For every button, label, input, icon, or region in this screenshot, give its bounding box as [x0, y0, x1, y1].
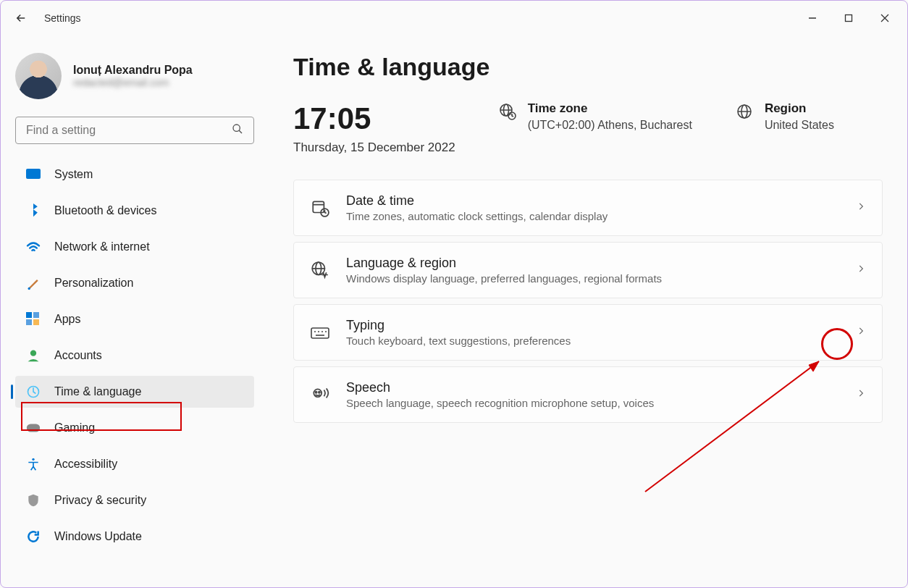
region-label: Region — [765, 101, 834, 116]
svg-point-13 — [32, 458, 34, 461]
update-icon — [25, 529, 41, 545]
search-box[interactable] — [15, 117, 254, 144]
maximize-button[interactable] — [832, 7, 865, 30]
clock-block: 17:05 Thursday, 15 December 2022 — [293, 101, 455, 155]
chevron-right-icon — [856, 326, 866, 339]
search-input[interactable] — [26, 124, 232, 137]
sidebar-item-privacy[interactable]: Privacy & security — [15, 484, 254, 516]
info-strip: 17:05 Thursday, 15 December 2022 Time zo… — [293, 101, 883, 155]
globe-clock-icon — [499, 103, 518, 122]
sidebar-item-label: Time & language — [54, 385, 141, 398]
profile-email: redacted@email.com — [73, 77, 193, 88]
sidebar-item-system[interactable]: System — [15, 159, 254, 190]
svg-point-34 — [316, 392, 317, 393]
keyboard-icon — [310, 322, 330, 343]
timezone-label: Time zone — [528, 101, 692, 116]
back-button[interactable] — [7, 4, 35, 33]
sidebar-item-update[interactable]: Windows Update — [15, 521, 254, 553]
globe-icon — [736, 103, 754, 122]
annotation-highlight-sidebar — [21, 402, 182, 431]
profile-block[interactable]: Ionuț Alexandru Popa redacted@email.com — [15, 53, 254, 99]
accessibility-icon — [25, 456, 41, 472]
svg-line-3 — [239, 130, 242, 133]
card-date-time[interactable]: Date & time Time zones, automatic clock … — [293, 180, 883, 236]
chevron-right-icon — [856, 201, 866, 214]
card-subtitle: Time zones, automatic clock settings, ca… — [346, 210, 840, 222]
svg-marker-37 — [809, 361, 819, 371]
sidebar-item-label: Bluetooth & devices — [54, 204, 156, 217]
svg-point-35 — [319, 392, 320, 393]
wifi-icon — [25, 239, 41, 255]
close-button[interactable] — [868, 7, 901, 30]
apps-icon — [25, 311, 41, 327]
sidebar-item-accounts[interactable]: Accounts — [15, 340, 254, 371]
card-subtitle: Windows display language, preferred lang… — [346, 272, 840, 285]
profile-name: Ionuț Alexandru Popa — [73, 64, 193, 77]
svg-rect-21 — [313, 201, 324, 212]
bluetooth-icon — [25, 203, 41, 219]
svg-point-2 — [233, 125, 240, 131]
language-icon — [310, 260, 330, 280]
calendar-clock-icon — [310, 198, 330, 218]
sidebar-item-label: Windows Update — [54, 530, 142, 543]
current-date: Thursday, 15 December 2022 — [293, 140, 455, 155]
region-block[interactable]: Region United States — [736, 101, 834, 132]
window-controls — [796, 7, 901, 30]
svg-rect-1 — [846, 15, 852, 22]
sidebar-item-label: Personalization — [54, 277, 133, 290]
card-title: Language & region — [346, 256, 840, 271]
sidebar-item-apps[interactable]: Apps — [15, 303, 254, 335]
shield-icon — [25, 492, 41, 508]
svg-rect-7 — [33, 312, 39, 318]
sidebar-item-personalization[interactable]: Personalization — [15, 267, 254, 299]
sidebar-item-label: Privacy & security — [54, 494, 146, 507]
sidebar-item-label: Apps — [54, 313, 80, 326]
svg-point-5 — [28, 287, 30, 290]
nav-list: System Bluetooth & devices Network & int… — [15, 159, 254, 553]
sidebar-item-label: System — [54, 168, 93, 181]
svg-line-36 — [645, 361, 819, 492]
minimize-button[interactable] — [796, 7, 829, 30]
search-icon — [232, 123, 243, 138]
speech-icon — [310, 385, 330, 405]
titlebar: Settings — [1, 1, 907, 35]
person-icon — [25, 348, 41, 364]
svg-rect-6 — [26, 312, 32, 318]
clock-globe-icon — [25, 384, 41, 400]
sidebar-item-network[interactable]: Network & internet — [15, 231, 254, 263]
card-title: Date & time — [346, 193, 840, 209]
svg-rect-9 — [33, 319, 39, 325]
chevron-right-icon — [856, 264, 866, 277]
svg-rect-8 — [26, 319, 32, 325]
svg-rect-4 — [26, 169, 41, 179]
timezone-value: (UTC+02:00) Athens, Bucharest — [528, 119, 692, 132]
app-title: Settings — [44, 12, 81, 24]
sidebar-item-label: Accessibility — [54, 458, 117, 471]
brush-icon — [25, 275, 41, 291]
sidebar-item-accessibility[interactable]: Accessibility — [15, 448, 254, 480]
sidebar-item-label: Accounts — [54, 349, 102, 362]
sidebar: Ionuț Alexandru Popa redacted@email.com … — [1, 35, 269, 587]
main-content: Time & language 17:05 Thursday, 15 Decem… — [269, 35, 907, 587]
card-subtitle: Touch keyboard, text suggestions, prefer… — [346, 335, 840, 347]
sidebar-item-bluetooth[interactable]: Bluetooth & devices — [15, 195, 254, 227]
page-title: Time & language — [293, 53, 883, 81]
chevron-right-icon — [856, 388, 866, 401]
avatar — [15, 53, 62, 99]
card-typing[interactable]: Typing Touch keyboard, text suggestions,… — [293, 304, 883, 361]
region-value: United States — [765, 119, 834, 132]
timezone-block[interactable]: Time zone (UTC+02:00) Athens, Bucharest — [499, 101, 692, 132]
card-language-region[interactable]: Language & region Windows display langua… — [293, 242, 883, 298]
card-title: Typing — [346, 318, 840, 333]
system-icon — [25, 167, 41, 182]
sidebar-item-label: Network & internet — [54, 240, 150, 253]
svg-point-10 — [30, 350, 36, 356]
annotation-arrow — [616, 354, 833, 499]
current-time: 17:05 — [293, 101, 455, 136]
svg-rect-27 — [311, 328, 329, 338]
